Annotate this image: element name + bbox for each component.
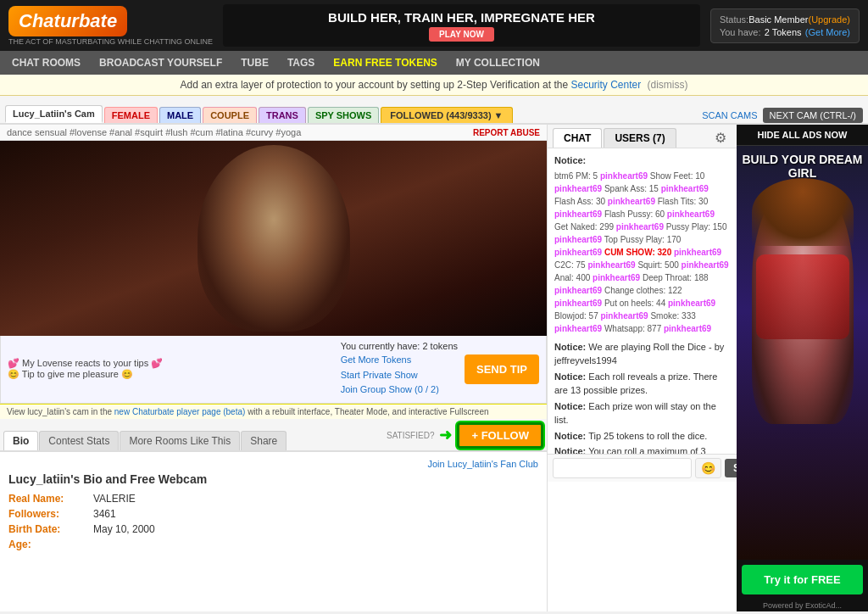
stream-tags: dance sensual #lovense #anal #squirt #lu… <box>7 127 301 137</box>
join-group-link[interactable]: Join Group Show (0 / 2) <box>341 382 458 398</box>
lovense-info: 💕 My Lovense reacts to your tips 💕 😊 Tip… <box>8 358 334 380</box>
nav-broadcast[interactable]: BROADCAST YOURSELF <box>91 50 231 75</box>
bio-tabs-bar: Bio Contest Stats More Rooms Like This S… <box>0 419 547 452</box>
hide-ads-header[interactable]: HIDE ALL ADS NOW <box>737 125 868 146</box>
get-more-link[interactable]: (Get More) <box>805 27 850 37</box>
ad-content[interactable]: BUILD YOUR DREAM GIRL <box>737 146 868 560</box>
bio-real-name-label: Real Name: <box>8 493 93 505</box>
chat-input-field[interactable] <box>553 458 692 478</box>
alert-text: Add an extra layer of protection to your… <box>181 79 569 91</box>
tab-current-cam[interactable]: Lucy_Latiin's Cam <box>5 105 103 123</box>
nav-bar: CHAT ROOMS BROADCAST YOURSELF TUBE TAGS … <box>0 51 868 75</box>
next-cam-btn[interactable]: NEXT CAM (CTRL-/) <box>763 108 863 123</box>
lovense-tip-text: 💕 My Lovense reacts to your tips 💕 <box>8 358 334 369</box>
bio-content: Join Lucy_latiin's Fan Club Lucy_latiin'… <box>0 452 547 611</box>
right-ad-panel: HIDE ALL ADS NOW BUILD YOUR DREAM GIRL T… <box>737 125 868 611</box>
bio-real-name-value: VALERIE <box>93 493 136 505</box>
try-free-button[interactable]: Try it for FREE <box>742 565 863 594</box>
nav-tube[interactable]: TUBE <box>232 50 277 75</box>
tab-male[interactable]: MALE <box>159 107 201 123</box>
tokens-label: You have: <box>720 27 761 37</box>
fan-club-link[interactable]: Join Lucy_latiin's Fan Club <box>8 459 538 469</box>
tab-spy[interactable]: SPY SHOWS <box>308 107 379 123</box>
alert-bar: Add an extra layer of protection to your… <box>0 75 868 96</box>
tip-links: You currently have: 2 tokens Get More To… <box>341 341 458 398</box>
tab-bio[interactable]: Bio <box>3 431 38 450</box>
nav-collection[interactable]: MY COLLECTION <box>448 50 548 75</box>
bio-age-label: Age: <box>8 539 93 550</box>
notice-msg-1: Notice: We are playing Roll the Dice - b… <box>554 340 730 368</box>
beta-notice: View lucy_latiin's cam in the new Chatur… <box>0 404 547 419</box>
chat-tab-users[interactable]: USERS (7) <box>604 128 676 148</box>
bio-birthdate-value: May 10, 2000 <box>93 523 155 535</box>
follow-button[interactable]: + FOLLOW <box>457 422 543 449</box>
notice-label: Notice: <box>554 154 730 168</box>
bio-followers-value: 3461 <box>93 508 116 520</box>
banner-title: BUILD HER, TRAIN HER, IMPREGNATE HER <box>328 10 595 25</box>
nav-earn[interactable]: EARN FREE TOKENS <box>325 50 445 75</box>
start-private-link[interactable]: Start Private Show <box>341 368 458 383</box>
tokens-value: 2 Tokens <box>765 27 802 37</box>
status-value: Basic Member <box>748 14 808 25</box>
ad-girl-figure <box>752 187 854 424</box>
tip-menu-msg: btm6 PM: 5 pinkheart69 Show Feet: 10 pin… <box>554 170 730 335</box>
get-more-tokens-link[interactable]: Get More Tokens <box>341 353 458 368</box>
notice-msg-3: Notice: Each prize won will stay on the … <box>554 399 730 427</box>
cam-tabs-bar: Lucy_Latiin's Cam FEMALE MALE COUPLE TRA… <box>0 96 868 125</box>
notice-msg-4: Notice: Tip 25 tokens to roll the dice. <box>554 429 730 444</box>
user-info: Status: Basic Member (Upgrade) You have:… <box>710 8 860 43</box>
tab-couple[interactable]: COUPLE <box>203 107 257 123</box>
nav-chat-rooms[interactable]: CHAT ROOMS <box>3 50 89 75</box>
send-tip-button[interactable]: SEND TIP <box>465 354 539 384</box>
nav-tags[interactable]: TAGS <box>279 50 323 75</box>
left-panel: dance sensual #lovense #anal #squirt #lu… <box>0 125 547 611</box>
tab-share[interactable]: Share <box>241 431 287 450</box>
bio-birthdate-label: Birth Date: <box>8 523 93 535</box>
logo[interactable]: Chaturbate <box>8 6 127 36</box>
report-abuse-link[interactable]: REPORT ABUSE <box>473 128 540 137</box>
upgrade-link[interactable]: (Upgrade) <box>808 14 850 25</box>
bio-title: Lucy_latiin's Bio and Free Webcam <box>8 472 538 486</box>
chat-tab-chat[interactable]: CHAT <box>553 128 602 148</box>
chat-tabs-bar: CHAT USERS (7) ⚙ <box>548 125 737 148</box>
tip-panel: 💕 My Lovense reacts to your tips 💕 😊 Tip… <box>0 336 547 404</box>
tab-more-rooms[interactable]: More Rooms Like This <box>120 431 240 450</box>
video-stream <box>0 141 547 336</box>
chat-panel: CHAT USERS (7) ⚙ Notice: btm6 PM: 5 pink… <box>547 125 737 611</box>
bio-birthdate-row: Birth Date: May 10, 2000 <box>8 523 538 535</box>
tokens-count: You currently have: 2 tokens <box>341 341 458 351</box>
powered-by: Powered by ExoticAd... <box>737 600 868 611</box>
ad-title: BUILD YOUR DREAM GIRL <box>742 153 863 180</box>
banner-play-button[interactable]: PLAY NOW <box>429 27 494 42</box>
tab-trans[interactable]: TRANS <box>259 107 306 123</box>
alert-dismiss[interactable]: (dismiss) <box>648 79 688 91</box>
bio-age-row: Age: <box>8 539 538 550</box>
emoji-button[interactable]: 😊 <box>695 458 721 478</box>
tags-bar: dance sensual #lovense #anal #squirt #lu… <box>0 125 547 141</box>
bio-followers-label: Followers: <box>8 508 93 520</box>
notice-msg-2: Notice: Each roll reveals a prize. There… <box>554 370 730 398</box>
notice-msg-5: Notice: You can roll a maximum of 3 time… <box>554 444 730 454</box>
beta-link[interactable]: new Chaturbate player page (beta) <box>114 407 246 416</box>
pleasure-text: 😊 Tip to give me pleasure 😊 <box>8 369 334 380</box>
tab-contest-stats[interactable]: Contest Stats <box>39 431 119 450</box>
logo-area: Chaturbate THE ACT OF MASTURBATING WHILE… <box>8 6 213 46</box>
tab-female[interactable]: FEMALE <box>104 107 158 123</box>
bio-real-name-row: Real Name: VALERIE <box>8 493 538 505</box>
status-label: Status: <box>720 14 748 25</box>
chat-messages: Notice: btm6 PM: 5 pinkheart69 Show Feet… <box>548 148 737 454</box>
scan-cams-btn[interactable]: SCAN CAMS <box>702 110 757 120</box>
header: Chaturbate THE ACT OF MASTURBATING WHILE… <box>0 0 868 51</box>
bio-followers-row: Followers: 3461 <box>8 508 538 520</box>
arrow-icon: ➜ <box>439 426 452 444</box>
chat-input-area: 😊 SEND <box>548 454 737 482</box>
logo-tagline: THE ACT OF MASTURBATING WHILE CHATTING O… <box>8 37 213 46</box>
banner[interactable]: BUILD HER, TRAIN HER, IMPREGNATE HER PLA… <box>223 4 700 47</box>
chat-settings-icon[interactable]: ⚙ <box>709 128 732 148</box>
tab-followed[interactable]: FOLLOWED (443/9333) ▼ <box>381 107 512 123</box>
security-center-link[interactable]: Security Center <box>570 79 641 91</box>
satisfied-text: SATISFIED? <box>387 431 435 440</box>
